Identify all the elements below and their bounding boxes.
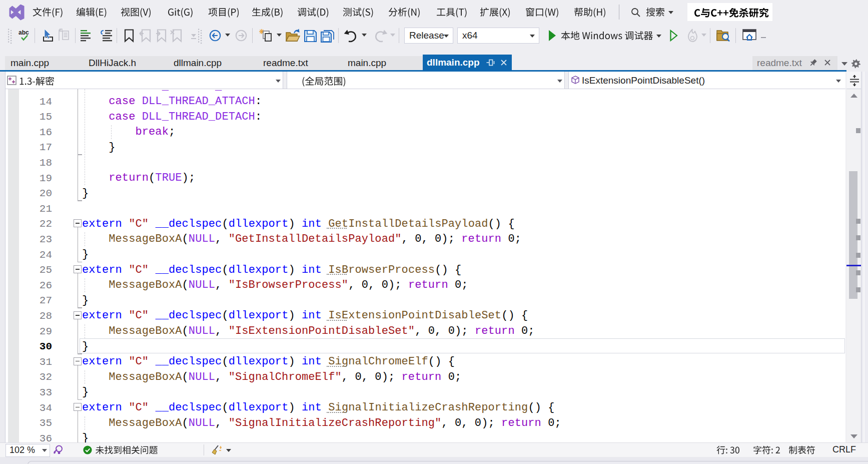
svg-text:abc: abc xyxy=(19,29,29,36)
